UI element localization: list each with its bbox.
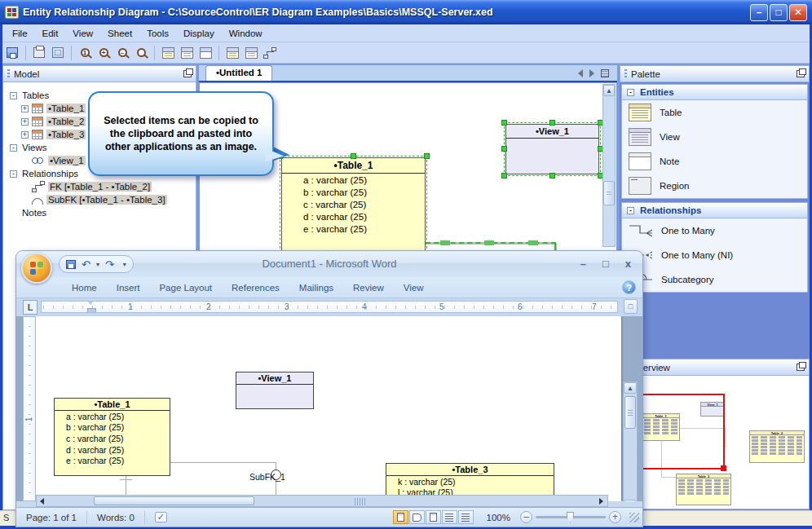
save-button[interactable] xyxy=(4,45,20,61)
scroll-left-icon[interactable] xyxy=(40,498,44,505)
er-minimize-button[interactable]: – xyxy=(750,4,768,21)
viewport-handle[interactable] xyxy=(721,465,726,471)
selection-handle[interactable] xyxy=(424,153,430,159)
spellcheck-icon[interactable]: ✓ xyxy=(155,512,167,522)
selection-handle[interactable] xyxy=(549,120,555,126)
tab-list-icon[interactable] xyxy=(601,69,609,77)
collapse-icon[interactable]: - xyxy=(10,144,17,152)
relationship-connector-elbow[interactable] xyxy=(554,243,557,251)
scroll-thumb[interactable] xyxy=(624,396,636,429)
scroll-thumb[interactable] xyxy=(603,181,615,205)
page-setup-button[interactable] xyxy=(50,45,66,61)
expand-icon[interactable]: + xyxy=(21,131,29,139)
tree-item-notes[interactable]: Notes xyxy=(3,206,196,219)
collapse-icon[interactable]: - xyxy=(10,92,17,99)
word-count[interactable]: Words: 0 xyxy=(87,511,145,524)
er-maximize-button[interactable]: □ xyxy=(770,4,788,21)
menu-window[interactable]: Window xyxy=(222,26,270,41)
menu-file[interactable]: File xyxy=(5,26,35,41)
undo-icon[interactable]: ↶ xyxy=(82,259,90,270)
redo-icon[interactable]: ↷ xyxy=(105,259,114,270)
menu-tools[interactable]: Tools xyxy=(139,26,176,41)
undock-icon[interactable] xyxy=(183,70,192,77)
selection-handle[interactable] xyxy=(501,173,507,179)
relationship-connector[interactable] xyxy=(426,242,556,245)
collapse-icon[interactable]: - xyxy=(627,207,634,214)
palette-panel-header[interactable]: Palette xyxy=(620,65,810,82)
word-minimize-button[interactable]: – xyxy=(580,258,586,270)
canvas-vscrollbar[interactable]: ▲ xyxy=(602,84,616,247)
word-page[interactable]: •Table_1 a : varchar (25) b : varchar (2… xyxy=(36,316,621,501)
qat-customize-icon[interactable]: ▾ xyxy=(123,261,126,268)
print-button[interactable] xyxy=(31,45,47,61)
vertical-ruler[interactable]: 1 xyxy=(23,316,36,501)
word-close-button[interactable]: x xyxy=(625,258,631,270)
selection-handle[interactable] xyxy=(549,173,555,179)
tab-mailings[interactable]: Mailings xyxy=(291,280,342,296)
save-icon[interactable] xyxy=(66,260,76,269)
draft-button[interactable] xyxy=(458,510,474,524)
show-table-list-button[interactable] xyxy=(224,45,241,61)
word-maximize-button[interactable]: □ xyxy=(602,258,609,270)
prev-tab-icon[interactable] xyxy=(578,69,583,77)
tree-item-fk[interactable]: FK [•Table_1 - •Table_2] xyxy=(15,180,196,193)
scroll-up-icon[interactable]: ▲ xyxy=(624,382,637,394)
tab-view[interactable]: View xyxy=(395,280,432,296)
full-screen-reading-button[interactable] xyxy=(409,510,425,524)
next-tab-icon[interactable] xyxy=(589,69,594,77)
scroll-down-icon[interactable]: ▼ xyxy=(624,500,637,501)
palette-section-entities[interactable]: - Entities xyxy=(621,84,808,100)
expand-icon[interactable]: + xyxy=(21,118,29,126)
overview-minimap[interactable]: Table_1 View_1 Table_2 Table_3 xyxy=(620,376,810,509)
selection-handle[interactable] xyxy=(351,153,356,159)
er-close-button[interactable]: ✕ xyxy=(789,4,807,21)
collapse-icon[interactable]: - xyxy=(627,89,634,96)
zoom-out-button[interactable]: – xyxy=(520,511,532,523)
tree-item-subfk[interactable]: SubFK [•Table_1 - •Table_3] xyxy=(15,193,196,206)
page-indicator[interactable]: Page: 1 of 1 xyxy=(16,511,87,524)
zoom-level[interactable]: 100% xyxy=(480,513,517,522)
new-note-button[interactable] xyxy=(197,45,214,61)
zoom-in-button[interactable]: + xyxy=(609,511,621,523)
new-table-button[interactable] xyxy=(160,45,176,61)
palette-item-view[interactable]: View xyxy=(622,125,807,149)
tab-page-layout[interactable]: Page Layout xyxy=(151,280,220,296)
menu-display[interactable]: Display xyxy=(176,26,222,41)
undo-dropdown-icon[interactable]: ▾ xyxy=(96,261,99,268)
expand-icon[interactable]: + xyxy=(21,105,29,112)
word-vscrollbar[interactable]: ▲ ▼ xyxy=(623,381,638,501)
undock-icon[interactable] xyxy=(797,70,805,77)
selection-handle[interactable] xyxy=(501,120,507,126)
outline-button[interactable] xyxy=(442,510,457,524)
menu-sheet[interactable]: Sheet xyxy=(100,26,139,41)
palette-item-note[interactable]: Note xyxy=(622,149,807,174)
palette-item-one-to-many[interactable]: One to Many xyxy=(622,218,807,243)
overview-panel-header[interactable]: Overview xyxy=(620,359,810,376)
tab-insert[interactable]: Insert xyxy=(108,280,148,296)
tab-stop-selector[interactable]: L xyxy=(23,300,38,315)
zoom-slider-thumb[interactable] xyxy=(567,512,574,522)
tab-home[interactable]: Home xyxy=(64,280,105,296)
zoom-out-button[interactable]: – xyxy=(114,45,130,61)
zoom-in-button[interactable]: + xyxy=(95,45,112,61)
collapse-icon[interactable]: - xyxy=(10,170,17,178)
palette-item-subcategory[interactable]: Subcategory xyxy=(622,267,807,292)
menu-view[interactable]: View xyxy=(65,26,100,41)
relationship-tool-button[interactable] xyxy=(262,45,278,61)
print-layout-button[interactable] xyxy=(393,510,408,524)
tab-review[interactable]: Review xyxy=(345,280,392,296)
horizontal-ruler[interactable]: 1 2 3 4 5 6 7 xyxy=(41,301,618,313)
palette-item-one-to-many-ni[interactable]: One to Many (NI) xyxy=(622,243,807,267)
zoom-actual-button[interactable]: 1 xyxy=(77,45,93,61)
scroll-thumb[interactable] xyxy=(94,496,254,505)
zoom-slider[interactable] xyxy=(536,516,606,518)
ruler-toggle-button[interactable]: □ xyxy=(624,299,638,314)
model-panel-header[interactable]: Model xyxy=(2,65,196,82)
new-view-button[interactable] xyxy=(179,45,195,61)
help-button[interactable]: ? xyxy=(622,280,636,294)
tab-untitled-1[interactable]: •Untitled 1 xyxy=(205,65,272,81)
palette-item-table[interactable]: Table xyxy=(622,100,807,125)
undock-icon[interactable] xyxy=(797,364,805,371)
show-view-list-button[interactable] xyxy=(243,45,259,61)
palette-item-region[interactable]: Region xyxy=(622,174,807,198)
